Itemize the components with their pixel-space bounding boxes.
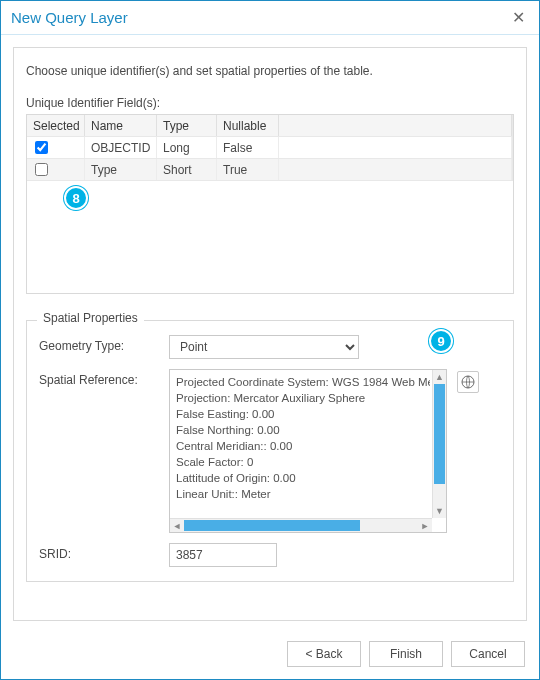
srid-input[interactable] bbox=[169, 543, 277, 567]
spatial-reference-label: Spatial Reference: bbox=[39, 369, 169, 387]
scroll-down-icon[interactable]: ▼ bbox=[433, 504, 446, 518]
cell-type: Long bbox=[157, 137, 217, 158]
spatial-properties-legend: Spatial Properties bbox=[37, 311, 144, 325]
instruction-text: Choose unique identifier(s) and set spat… bbox=[26, 64, 514, 78]
geometry-type-select[interactable]: Point bbox=[169, 335, 359, 359]
geometry-type-label: Geometry Type: bbox=[39, 335, 169, 353]
cell-nullable: False bbox=[217, 137, 279, 158]
row-select-checkbox[interactable] bbox=[35, 163, 48, 176]
dialog-footer: < Back Finish Cancel bbox=[1, 633, 539, 679]
dialog-title: New Query Layer bbox=[11, 9, 128, 26]
close-icon[interactable]: ✕ bbox=[508, 8, 529, 27]
spatial-reference-box[interactable]: Projected Coordinate System: WGS 1984 We… bbox=[169, 369, 447, 533]
col-spacer bbox=[279, 115, 512, 136]
cell-type: Short bbox=[157, 159, 217, 180]
col-selected[interactable]: Selected bbox=[27, 115, 85, 136]
callout-badge-8: 8 bbox=[64, 186, 88, 210]
cell-nullable: True bbox=[217, 159, 279, 180]
browse-spatial-reference-button[interactable] bbox=[457, 371, 479, 393]
new-query-layer-dialog: New Query Layer ✕ Choose unique identifi… bbox=[0, 0, 540, 680]
finish-button[interactable]: Finish bbox=[369, 641, 443, 667]
cell-name: Type bbox=[85, 159, 157, 180]
horizontal-scrollbar[interactable]: ◄ ► bbox=[170, 518, 432, 532]
scroll-right-icon[interactable]: ► bbox=[418, 521, 432, 531]
scroll-left-icon[interactable]: ◄ bbox=[170, 521, 184, 531]
srid-label: SRID: bbox=[39, 543, 169, 561]
unique-id-grid: Selected Name Type Nullable OBJECTID Lon… bbox=[26, 114, 514, 294]
back-button[interactable]: < Back bbox=[287, 641, 361, 667]
scroll-up-icon[interactable]: ▲ bbox=[433, 370, 446, 384]
titlebar: New Query Layer ✕ bbox=[1, 1, 539, 35]
vertical-scrollbar[interactable]: ▲ ▼ bbox=[432, 370, 446, 518]
spatial-properties-fieldset: Spatial Properties Geometry Type: Point … bbox=[26, 320, 514, 582]
row-select-checkbox[interactable] bbox=[35, 141, 48, 154]
callout-badge-9: 9 bbox=[429, 329, 453, 353]
unique-id-label: Unique Identifier Field(s): bbox=[26, 96, 514, 110]
col-nullable[interactable]: Nullable bbox=[217, 115, 279, 136]
col-type[interactable]: Type bbox=[157, 115, 217, 136]
spatial-reference-text: Projected Coordinate System: WGS 1984 We… bbox=[170, 370, 446, 518]
cell-name: OBJECTID bbox=[85, 137, 157, 158]
dialog-content-panel: Choose unique identifier(s) and set spat… bbox=[13, 47, 527, 621]
table-row[interactable]: OBJECTID Long False bbox=[27, 137, 513, 159]
grid-header-row: Selected Name Type Nullable bbox=[27, 115, 513, 137]
globe-icon bbox=[460, 374, 476, 390]
table-row[interactable]: Type Short True bbox=[27, 159, 513, 181]
col-name[interactable]: Name bbox=[85, 115, 157, 136]
grid-body: OBJECTID Long False Type Short True bbox=[27, 137, 513, 181]
cancel-button[interactable]: Cancel bbox=[451, 641, 525, 667]
